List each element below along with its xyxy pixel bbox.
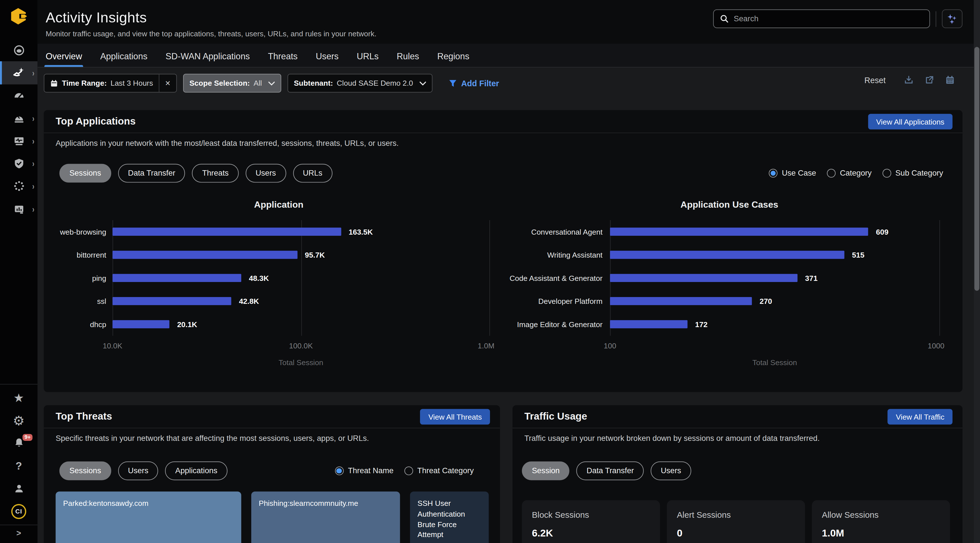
- view-all-threats-button[interactable]: View All Threats: [420, 409, 490, 424]
- sidebar-item-tenant-avatar[interactable]: CI: [0, 500, 37, 522]
- chevron-right-icon: ›: [32, 113, 34, 123]
- view-all-applications-button[interactable]: View All Applications: [868, 114, 953, 129]
- bar-category-label: Writing Assistant: [509, 250, 603, 259]
- pill-data-transfer[interactable]: Data Transfer: [576, 462, 644, 480]
- radio-label: Use Case: [782, 169, 816, 178]
- application-use-cases-bar-chart: Application Use CasesConversational Agen…: [506, 194, 953, 366]
- global-search[interactable]: [713, 10, 930, 28]
- sidebar-item-device-monitor[interactable]: ›: [0, 130, 37, 152]
- bar[interactable]: [113, 320, 170, 328]
- calendar-icon[interactable]: [945, 75, 955, 85]
- threat-treemap: Parked:kentonsawdy.comPhishing:slearncom…: [56, 491, 488, 543]
- page-scrollbar[interactable]: [974, 0, 980, 543]
- bar[interactable]: [610, 274, 797, 282]
- bar-row: Developer Platform270: [610, 289, 939, 313]
- user-icon: [13, 482, 25, 495]
- sidebar-item-help[interactable]: ?: [0, 454, 37, 477]
- pill-sessions[interactable]: Sessions: [59, 462, 111, 480]
- radio-use-case[interactable]: Use Case: [769, 169, 816, 178]
- sidebar-item-bell[interactable]: 9+: [0, 432, 37, 454]
- add-filter-button[interactable]: Add Filter: [449, 79, 499, 88]
- sidebar-item-user[interactable]: [0, 477, 37, 500]
- stat-card-block-sessions: Block Sessions6.2K: [522, 500, 660, 543]
- treemap-tile-ssh-user-authentication-brute-[interactable]: SSH User Authentication Brute Force Atte…: [410, 491, 489, 543]
- traffic-usage-header: Traffic Usage View All Traffic: [512, 405, 963, 428]
- sidebar-item-gear[interactable]: ⚙: [0, 409, 37, 432]
- bar[interactable]: [113, 297, 232, 305]
- treemap-tile-parked-kentonsawdy-com[interactable]: Parked:kentonsawdy.com: [56, 491, 241, 543]
- tab-overview[interactable]: Overview: [46, 51, 82, 67]
- pill-data-transfer[interactable]: Data Transfer: [118, 164, 185, 182]
- view-all-traffic-button[interactable]: View All Traffic: [888, 409, 953, 424]
- bar[interactable]: [610, 297, 752, 305]
- chart-plot-area: Conversational Agent609Writing Assistant…: [610, 220, 939, 336]
- scope-selection-chip[interactable]: Scope Selection: All: [183, 74, 281, 92]
- filter-chips: Time Range: Last 3 Hours ✕ Scope Selecti…: [44, 74, 499, 92]
- bar[interactable]: [113, 251, 298, 259]
- share-icon[interactable]: [924, 75, 934, 85]
- bar-category-label: Conversational Agent: [509, 227, 603, 236]
- bar-value-label: 163.5K: [349, 227, 373, 236]
- tab-users[interactable]: Users: [316, 51, 339, 67]
- pill-users[interactable]: Users: [245, 164, 286, 182]
- sidebar-item-reports[interactable]: ›: [0, 198, 37, 220]
- download-icon[interactable]: [904, 75, 914, 85]
- radio-threat-name[interactable]: Threat Name: [335, 467, 394, 475]
- tab-sd-wan-applications[interactable]: SD-WAN Applications: [165, 51, 250, 67]
- pill-applications[interactable]: Applications: [165, 462, 228, 480]
- pill-threats[interactable]: Threats: [192, 164, 239, 182]
- radio-sub-category[interactable]: Sub Category: [882, 169, 943, 178]
- top-applications-header: Top Applications View All Applications: [44, 110, 963, 133]
- radio-dot-icon: [882, 169, 891, 178]
- funnel-icon: [449, 79, 457, 88]
- tab-threats[interactable]: Threats: [268, 51, 298, 67]
- bar[interactable]: [113, 274, 241, 282]
- time-range-chip[interactable]: Time Range: Last 3 Hours ✕: [44, 74, 177, 92]
- search-input[interactable]: [734, 14, 923, 23]
- bar-category-label: bittorrent: [52, 250, 107, 259]
- bar-row: web-browsing163.5K: [113, 220, 490, 244]
- sidebar-item-dashboard[interactable]: [0, 84, 37, 107]
- sidebar-item-workflow[interactable]: ›: [0, 175, 37, 198]
- sidebar-item-alerts[interactable]: ›: [0, 107, 37, 130]
- bar-value-label: 515: [852, 250, 864, 259]
- sidebar-item-star[interactable]: ★: [0, 386, 37, 409]
- brand-logo[interactable]: [10, 7, 28, 25]
- bar[interactable]: [610, 251, 845, 259]
- scrollbar-thumb[interactable]: [974, 47, 980, 291]
- sidebar-item-activity-insights[interactable]: ›: [0, 62, 37, 84]
- page-title: Activity Insights: [46, 10, 147, 26]
- pill-urls[interactable]: URLs: [293, 164, 332, 182]
- tab-applications[interactable]: Applications: [100, 51, 147, 67]
- radio-dot-icon: [769, 169, 778, 178]
- treemap-tile-phishing-slearncommnuity-me[interactable]: Phishing:slearncommnuity.me: [251, 491, 400, 543]
- page-header: Activity Insights Monitor traffic usage,…: [37, 0, 974, 44]
- sidebar-expand-chevron-icon[interactable]: >: [0, 524, 37, 540]
- radio-label: Threat Name: [348, 467, 394, 475]
- tab-urls[interactable]: URLs: [357, 51, 379, 67]
- device-monitor-icon: [13, 135, 25, 147]
- tab-rules[interactable]: Rules: [397, 51, 419, 67]
- bar[interactable]: [610, 228, 868, 236]
- traffic-stat-cards: Block Sessions6.2KAlert Sessions0Allow S…: [522, 500, 950, 543]
- radio-threat-category[interactable]: Threat Category: [404, 467, 474, 475]
- reset-button[interactable]: Reset: [864, 75, 886, 85]
- tab-regions[interactable]: Regions: [437, 51, 469, 67]
- sidebar-item-command-center[interactable]: [0, 39, 37, 62]
- time-range-value: Last 3 Hours: [111, 79, 153, 88]
- sidebar-item-security-shield[interactable]: ›: [0, 152, 37, 175]
- bar[interactable]: [610, 320, 688, 328]
- bar-value-label: 20.1K: [177, 320, 197, 328]
- bar[interactable]: [113, 228, 341, 236]
- radio-category[interactable]: Category: [827, 169, 872, 178]
- pill-users[interactable]: Users: [118, 462, 159, 480]
- subtenant-chip[interactable]: Subtenant: Cloud SASE Demo 2.0: [288, 74, 433, 92]
- pill-sessions[interactable]: Sessions: [59, 164, 111, 182]
- scope-selection-label: Scope Selection:: [189, 79, 250, 88]
- close-icon[interactable]: ✕: [159, 74, 170, 92]
- bar-value-label: 48.3K: [249, 274, 269, 282]
- pill-users[interactable]: Users: [651, 462, 691, 480]
- pill-session[interactable]: Session: [522, 462, 570, 480]
- ai-copilot-button[interactable]: [942, 10, 963, 28]
- calendar-small-icon: [50, 79, 58, 88]
